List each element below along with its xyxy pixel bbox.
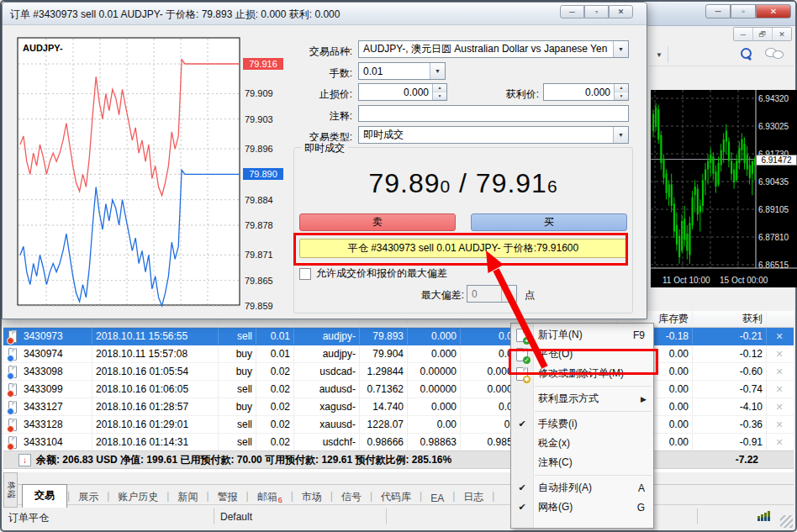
close-order-icon[interactable]: ✕	[767, 345, 792, 362]
resize-grip[interactable]	[780, 515, 793, 528]
menu-item-手续费(i)[interactable]: ✔手续费(i)	[511, 414, 653, 434]
order-time: 2018.10.16 01:29:01	[92, 416, 219, 433]
comment-label: 注释:	[255, 109, 352, 124]
price-axis-label: 79.859	[245, 301, 285, 311]
order-id: 3433099	[20, 381, 92, 398]
order-sl: 0.98863	[408, 434, 461, 450]
chat-icon[interactable]	[765, 48, 784, 60]
dialog-close-button[interactable]: ✕	[609, 5, 633, 18]
menu-item-平仓(O)[interactable]: ✓平仓(O)	[511, 345, 653, 364]
new-order-icon: +	[516, 329, 528, 342]
order-row[interactable]: 34309742018.10.11 15:57:08buy0.01audjpy-…	[3, 345, 794, 363]
spin-up-icon[interactable]: ▲	[433, 84, 446, 92]
order-id: 3430973	[20, 328, 92, 345]
order-sl: 0.00	[408, 416, 461, 433]
order-row[interactable]: 34331042018.10.16 01:14:31sell0.02usdchf…	[3, 434, 794, 451]
dialog-titlebar[interactable]: 订单 #3430973 sell 0.01 AUDJPY- 于价格: 79.89…	[3, 3, 647, 25]
mail-count-badge: 6	[278, 496, 282, 504]
chart-close-button[interactable]: ✕	[772, 28, 791, 40]
stop-loss-label: 止损价:	[255, 87, 352, 102]
order-type: sell	[219, 416, 256, 433]
checkmark-icon: ✔	[518, 419, 525, 429]
symbol-select[interactable]: AUDJPY-, 澳元日圆 Australian Dollar vs Japan…	[358, 40, 629, 58]
close-order-icon[interactable]: ✕	[767, 398, 792, 415]
chevron-down-icon[interactable]: ▼	[613, 127, 628, 143]
main-close-button[interactable]: ✕	[756, 4, 791, 18]
current-price-box: 6.91472	[756, 155, 797, 166]
order-type-icon	[8, 401, 17, 413]
menu-item-获利显示方式[interactable]: 获利显示方式▶	[511, 389, 653, 408]
chart-minimize-button[interactable]: ─	[734, 28, 752, 40]
order-lots: 0.02	[256, 398, 294, 415]
max-deviation-select[interactable]: 0▼	[467, 285, 517, 303]
toolbar: ▼	[649, 44, 794, 66]
time-axis-label: 11 Oct 10:00	[662, 276, 710, 285]
menu-item-注释(C)[interactable]: 注释(C)	[511, 453, 653, 472]
price-axis-label: 6.93025	[758, 122, 797, 131]
dialog-maximize-button[interactable]: ▫	[584, 5, 609, 18]
order-type: buy	[219, 398, 256, 415]
price-axis-label: 79.878	[245, 220, 285, 230]
status-mode-text: 订单平仓	[8, 511, 49, 525]
instant-execution-group: 即时成交 79.890 / 79.916 卖 买 平仓 #3430973 sel…	[293, 147, 633, 313]
menu-item-新订单(N)[interactable]: +新订单(N)F9	[511, 325, 653, 345]
order-row[interactable]: 34309732018.10.11 15:56:55sell0.01audjpy…	[3, 328, 794, 345]
close-order-icon[interactable]: ✕	[767, 381, 792, 398]
order-id: 3433128	[20, 416, 92, 433]
spin-down-icon[interactable]: ▼	[615, 92, 628, 101]
order-row[interactable]: 34331282018.10.16 01:29:01sell0.02xauusd…	[3, 416, 794, 434]
order-type-icon	[8, 348, 17, 361]
candlestick-chart[interactable]: 6.943206.930256.917306.904356.891056.878…	[651, 90, 797, 287]
main-maximize-button[interactable]: ▫	[731, 4, 756, 18]
chart-restore-button[interactable]: 🗗	[752, 28, 772, 40]
order-row[interactable]: 34331272018.10.16 01:28:57buy0.02xagusd-…	[3, 398, 794, 416]
close-order-icon[interactable]: ✕	[767, 434, 792, 450]
time-axis-label: 15 Oct 00:00	[720, 276, 768, 285]
stop-loss-input[interactable]: 0.000 ▲▼	[358, 83, 447, 101]
close-order-icon[interactable]: ✕	[767, 363, 792, 380]
order-cell	[3, 434, 20, 450]
status-profile[interactable]: Default	[220, 511, 252, 523]
dialog-title: 订单 #3430973 sell 0.01 AUDJPY- 于价格: 79.89…	[10, 8, 340, 22]
menu-item-修改或删除订单(M)[interactable]: ✱修改或删除订单(M)	[511, 364, 653, 383]
tab-交易[interactable]: 交易	[22, 484, 67, 508]
order-sl: 0.000	[408, 398, 461, 415]
terminal-side-tab[interactable]: 终端	[3, 472, 18, 508]
order-profit: -0.36	[693, 416, 767, 433]
toolbar-dropdown-button[interactable]: ▼	[651, 46, 668, 63]
sell-button[interactable]: 卖	[299, 213, 456, 231]
menu-item-网格(G)[interactable]: ✔网格(G)G	[511, 498, 653, 517]
take-profit-input[interactable]: 0.000 ▲▼	[543, 83, 629, 101]
volume-select[interactable]: 0.01▼	[358, 62, 446, 80]
order-lots: 0.02	[256, 381, 294, 398]
order-dialog: 订单 #3430973 sell 0.01 AUDJPY- 于价格: 79.89…	[2, 2, 647, 319]
deviation-checkbox-label: 允许成交价和报价的最大偏差	[316, 266, 447, 281]
order-price: 79.893	[360, 328, 408, 345]
close-position-button[interactable]: 平仓 #3430973 sell 0.01 AUDJPY- 于价格:79.916…	[299, 239, 627, 258]
chevron-down-icon[interactable]: ▼	[613, 41, 628, 57]
order-type-select[interactable]: 即时成交▼	[358, 126, 629, 144]
price-axis-label: 6.94320	[758, 94, 797, 103]
spin-down-icon[interactable]: ▼	[433, 92, 446, 101]
price-axis-label: 79.884	[245, 195, 285, 205]
column-header[interactable]: 获利	[693, 311, 767, 327]
spin-up-icon[interactable]: ▲	[615, 84, 628, 92]
zoom-search-icon[interactable]	[740, 47, 753, 61]
menu-item-自动排列(A)[interactable]: ✔自动排列(A)A	[511, 478, 653, 498]
total-profit: -7.22	[736, 454, 758, 466]
close-order-icon[interactable]: ✕	[767, 416, 792, 433]
chart-window-controls: ─ 🗗 ✕	[733, 27, 792, 41]
order-price: 0.98666	[360, 434, 408, 450]
menu-item-税金(x)[interactable]: 税金(x)	[511, 434, 653, 453]
order-type: sell	[219, 434, 256, 450]
order-row[interactable]: 34330982018.10.16 01:05:54buy0.02usdcad-…	[3, 363, 794, 381]
deviation-checkbox[interactable]	[299, 268, 311, 280]
dialog-minimize-button[interactable]: ─	[560, 5, 584, 18]
close-order-icon[interactable]: ✕	[767, 328, 792, 345]
buy-button[interactable]: 买	[471, 213, 627, 231]
order-row[interactable]: 34330992018.10.16 01:06:05sell0.02audusd…	[3, 381, 794, 398]
comment-input[interactable]	[358, 105, 629, 122]
main-minimize-button[interactable]: ─	[705, 4, 731, 18]
order-type: buy	[219, 345, 256, 362]
chevron-down-icon[interactable]: ▼	[430, 63, 445, 79]
